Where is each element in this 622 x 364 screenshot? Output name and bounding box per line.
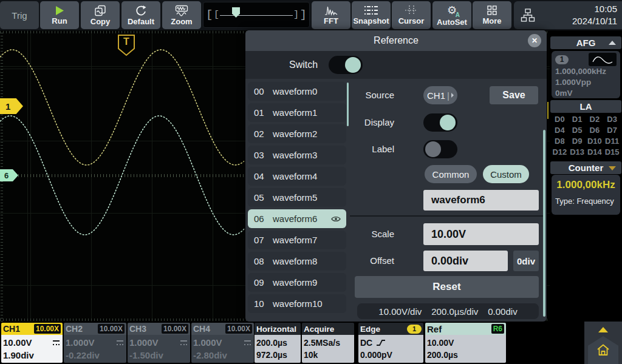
list-item-waveform10[interactable]: 10waveform10 — [248, 294, 346, 313]
fft-button[interactable]: FFT — [312, 1, 350, 29]
afg-panel[interactable]: 1 1.000,000kHz 1.000Vpp 0mV — [552, 51, 620, 98]
snapshot-button[interactable]: Snapshot — [352, 1, 391, 29]
ch2-scale: 1.000V — [66, 337, 95, 348]
list-item-waveform4[interactable]: 04waveform4 — [248, 167, 346, 186]
list-item-waveform0[interactable]: 00waveform0 — [248, 82, 346, 101]
dialog-title: Reference — [374, 35, 419, 46]
sine-wave-icon — [589, 53, 617, 66]
custom-button[interactable]: Custom — [483, 165, 529, 183]
more-button[interactable]: More — [473, 1, 511, 29]
ref-scale: 10.00V — [427, 338, 454, 348]
fft-spectrum-icon — [324, 5, 338, 16]
toggle-knob — [440, 115, 456, 130]
list-item-waveform5[interactable]: 05waveform5 — [248, 188, 346, 207]
network-icon — [520, 7, 536, 23]
switch-label: Switch — [289, 59, 318, 70]
bracket-icon: ] — [300, 8, 307, 21]
collapse-down-icon — [609, 166, 616, 170]
close-button[interactable]: ✕ — [528, 34, 541, 47]
acquire-panel[interactable]: Acquire 2.5MSa/s 10k — [302, 323, 354, 363]
home-menu-panel[interactable] — [584, 322, 622, 364]
zoom-button[interactable]: Zoom — [162, 1, 201, 29]
list-item-waveform1[interactable]: 01waveform1 — [248, 103, 346, 122]
run-icon — [54, 5, 65, 16]
bracket-icon: ] — [293, 10, 299, 20]
horizontal-position-slider[interactable]: [ [ ] ] — [203, 2, 310, 28]
dialog-titlebar: Reference ✕ — [245, 30, 547, 51]
save-button[interactable]: Save — [490, 86, 538, 104]
more-grid-icon — [487, 5, 497, 16]
collapse-up-icon — [609, 41, 616, 45]
expand-up-icon — [598, 327, 608, 332]
offset-zero-button[interactable]: 0div — [513, 251, 539, 271]
ch4-panel[interactable]: CH410.00X 1.000V -2.80div — [191, 323, 254, 363]
reference-switch-toggle[interactable] — [329, 56, 363, 74]
copy-button[interactable]: Copy — [81, 1, 120, 29]
dialog-scrollbar[interactable] — [543, 130, 545, 317]
list-item-waveform7[interactable]: 07waveform7 — [248, 231, 346, 249]
list-item-waveform8[interactable]: 08waveform8 — [248, 252, 346, 271]
offset-input[interactable]: 0.00div — [423, 251, 508, 271]
rising-edge-icon — [376, 339, 386, 347]
run-label: Run — [52, 16, 67, 25]
list-item-waveform6-selected[interactable]: 06waveform6 — [248, 209, 346, 228]
switch-row: Switch — [245, 51, 547, 79]
default-button[interactable]: Default — [121, 1, 160, 29]
trigger-marker[interactable]: T — [117, 34, 135, 56]
autoset-button[interactable]: ⚙ A AutoSet — [432, 1, 471, 29]
common-button[interactable]: Common — [425, 165, 477, 183]
ch2-position: -0.22div — [66, 350, 100, 360]
display-toggle[interactable] — [423, 113, 457, 132]
ch1-panel[interactable]: CH110.00X 10.00V 1.90div — [1, 323, 63, 363]
reference-status-bar: 10.00V/div 200.0µs/div 0.00div — [357, 303, 539, 319]
ch4-probe-badge: 10.00X — [225, 324, 252, 334]
dc-coupling-icon — [117, 340, 123, 345]
bottom-status-bar: CH110.00X 10.00V 1.90div CH210.00X 1.000… — [0, 322, 622, 364]
la-channel-grid[interactable]: D0D1D2D3 D4D5D6D7 D8D9D10D11 D12D13D14D1… — [551, 114, 621, 157]
ch2-probe-badge: 10.00X — [98, 324, 125, 334]
reset-button[interactable]: Reset — [355, 276, 539, 298]
list-scrollbar[interactable] — [347, 83, 349, 126]
eye-icon — [331, 215, 341, 223]
trigger-edge-panel[interactable]: Edge1 DC 0.000pV — [358, 323, 423, 363]
waveform-name-input[interactable]: waveform6 — [423, 190, 539, 211]
afg-channel-badge: 1 — [555, 55, 569, 64]
counter-value: 1.000,00kHz — [555, 179, 617, 191]
ch3-panel[interactable]: CH310.00X 1.000V -1.50div — [128, 323, 190, 363]
la-panel-header[interactable]: LA — [550, 100, 621, 113]
reference-status-panel[interactable]: RefR6 10.00V 200.0µs — [425, 323, 506, 363]
horizontal-panel[interactable]: Horizontal 200.0µs 972.0µs — [255, 323, 301, 363]
label-toggle[interactable] — [423, 140, 457, 158]
ch4-position: -2.80div — [193, 350, 227, 360]
list-item-waveform2[interactable]: 02waveform2 — [248, 124, 346, 143]
source-select[interactable]: CH1| — [423, 86, 457, 104]
run-button[interactable]: Run — [40, 1, 79, 29]
slider-thumb[interactable] — [232, 7, 240, 18]
home-icon — [596, 343, 610, 357]
autoset-gear-icon: ⚙ A — [445, 4, 459, 17]
ch1-probe-badge: 10.00X — [34, 324, 61, 334]
toggle-knob — [425, 141, 441, 157]
display-label: Display — [352, 113, 394, 132]
counter-type: Type: Frequency — [555, 197, 617, 206]
trig-button[interactable]: Trig — [0, 1, 39, 29]
counter-panel-header[interactable]: Counter — [550, 161, 621, 174]
ch2-panel[interactable]: CH210.00X 1.000V -0.22div — [64, 323, 126, 363]
afg-panel-header[interactable]: AFG — [550, 36, 621, 49]
fft-label: FFT — [324, 16, 338, 25]
list-item-waveform9[interactable]: 09waveform9 — [248, 273, 346, 292]
ref-timebase: 200.0µs — [427, 350, 458, 360]
memory-depth: 10k — [304, 350, 318, 360]
more-label: More — [482, 16, 501, 25]
counter-panel[interactable]: 1.000,00kHz Type: Frequency — [552, 175, 620, 215]
clock-date: 2024/10/11 — [572, 15, 617, 27]
divider-bar: | — [447, 90, 449, 101]
scale-input[interactable]: 10.00V — [423, 223, 539, 245]
reference-dialog: Reference ✕ Switch 00waveform0 01wavefor… — [245, 30, 547, 322]
reference-settings-panel: Source CH1| Save Display Label Common Cu… — [352, 79, 539, 322]
list-item-waveform3[interactable]: 03waveform3 — [248, 146, 346, 164]
clock-panel[interactable]: 10:05 2024/10/11 — [514, 1, 622, 29]
dc-coupling-icon — [180, 340, 187, 345]
horizontal-delay: 972.0µs — [256, 350, 287, 360]
cursor-button[interactable]: Cursor — [392, 1, 431, 29]
